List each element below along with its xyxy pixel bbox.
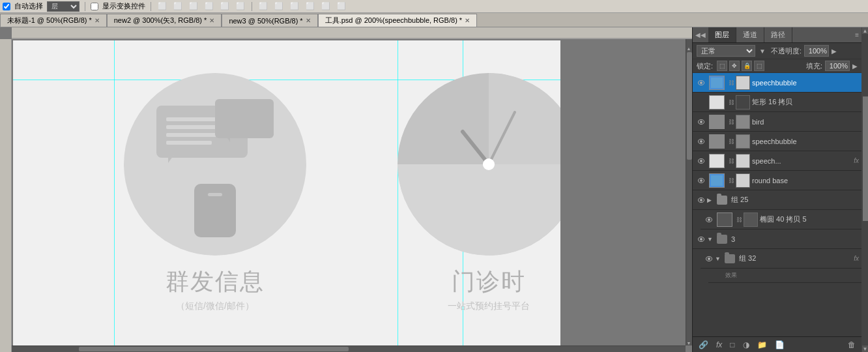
- new-fill-btn[interactable]: ◑: [741, 340, 751, 349]
- tab-close-3[interactable]: ✕: [306, 17, 311, 24]
- layer-fx-g2: fx: [854, 255, 859, 262]
- layer-eye-g2[interactable]: [703, 253, 715, 265]
- panel-menu-btn[interactable]: ≡: [852, 31, 861, 38]
- layer-list[interactable]: ⛓ speechbubble ⛓ 矩形 16 拷贝 ⛓ bird: [693, 73, 861, 336]
- v-scrollbar-thumb[interactable]: [687, 52, 692, 160]
- link-layers-btn[interactable]: 🔗: [697, 340, 710, 349]
- align-top-btn[interactable]: ⬜: [203, 2, 215, 10]
- scroll-bottom-arrow[interactable]: ▼: [862, 345, 868, 352]
- tab-new3[interactable]: new3 @ 50%(RGB/8) * ✕: [222, 14, 317, 27]
- lock-all-btn[interactable]: 🔒: [742, 61, 752, 71]
- h-scrollbar-thumb[interactable]: [79, 347, 349, 351]
- align-middle-btn[interactable]: ⬜: [219, 2, 231, 10]
- layer-eye-4[interactable]: [695, 136, 707, 147]
- chat-icon-group: 群发信息 （短信/微信/邮件）: [124, 73, 306, 312]
- scroll-top-arrow[interactable]: ▲: [862, 27, 868, 34]
- delete-layer-btn[interactable]: 🗑: [846, 340, 858, 349]
- layer-eye-5[interactable]: [695, 155, 707, 167]
- layer-thumb-1: [709, 76, 725, 90]
- tab-untitled1[interactable]: 未标题-1 @ 50%(RGB/8) * ✕: [0, 14, 107, 27]
- layer-eye-1[interactable]: [695, 77, 707, 89]
- layer-item-speechbubble-2[interactable]: ⛓ speechbubble: [693, 132, 861, 151]
- distribute-btn5[interactable]: ⬜: [320, 2, 332, 10]
- layer-mask-1: [736, 76, 750, 90]
- layer-item-rect16[interactable]: ⛓ 矩形 16 拷贝: [693, 93, 861, 112]
- layer-eye-8[interactable]: [695, 233, 707, 245]
- lock-position-btn[interactable]: ✥: [729, 61, 740, 71]
- distribute-btn1[interactable]: ⬜: [257, 2, 269, 10]
- align-right-btn[interactable]: ⬜: [188, 2, 199, 10]
- layer-item-group32[interactable]: ▼ 组 32 fx: [701, 249, 861, 269]
- layer-name-2: 矩形 16 拷贝: [750, 97, 859, 107]
- toolbar-sep2: [151, 2, 151, 11]
- scroll-down-btn[interactable]: ▼: [686, 340, 691, 345]
- scrollbar-track[interactable]: [862, 34, 868, 345]
- layers-scrollbar[interactable]: ▲ ▼: [861, 27, 868, 352]
- clock-center: [483, 158, 495, 170]
- lock-icons-group: ⬚ ✥ 🔒 ⬚: [717, 61, 764, 71]
- group-arrow-32[interactable]: ▼: [715, 256, 723, 262]
- layer-item-3[interactable]: ▼ 3: [693, 229, 861, 249]
- panel-collapse-left[interactable]: ◀◀: [693, 31, 708, 38]
- layer-select[interactable]: 层: [47, 1, 80, 12]
- tab-tools-psd[interactable]: 工具.psd @ 200%(speechbubble, RGB/8) * ✕: [318, 14, 478, 27]
- distribute-btn3[interactable]: ⬜: [289, 2, 300, 10]
- new-layer-btn[interactable]: 📄: [773, 340, 787, 349]
- layer-name-8: 3: [729, 235, 859, 243]
- panel-bottom-toolbar: 🔗 fx □ ◑ 📁 📄 🗑: [693, 336, 861, 352]
- opacity-input[interactable]: [804, 45, 829, 57]
- fill-input[interactable]: [825, 61, 850, 71]
- tab-close-1[interactable]: ✕: [94, 17, 100, 24]
- tab-paths[interactable]: 路径: [764, 27, 792, 42]
- show-transform-checkbox[interactable]: [91, 3, 98, 10]
- align-center-btn[interactable]: ⬜: [172, 2, 184, 10]
- layer-eye-g1[interactable]: [695, 194, 707, 206]
- scroll-up-btn[interactable]: ▲: [686, 46, 691, 51]
- toolbar-sep1: [85, 2, 85, 11]
- layer-item-ellipse40[interactable]: ⛓ 椭圆 40 拷贝 5: [701, 210, 861, 229]
- blend-arrow-icon[interactable]: ▼: [759, 48, 766, 55]
- bubble-small-tail: [225, 134, 230, 142]
- layer-eye-7[interactable]: [703, 214, 715, 226]
- new-group-btn[interactable]: 📁: [755, 340, 769, 349]
- tab-layers[interactable]: 图层: [708, 27, 736, 42]
- distribute-btn2[interactable]: ⬜: [273, 2, 285, 10]
- align-bottom-btn[interactable]: ⬜: [235, 2, 246, 10]
- tab-channels[interactable]: 通道: [736, 27, 764, 42]
- scrollbar-thumb[interactable]: [863, 96, 868, 221]
- tab-close-2[interactable]: ✕: [209, 17, 214, 24]
- lock-art-btn[interactable]: ⬚: [754, 61, 764, 71]
- fill-arrow[interactable]: ▶: [852, 63, 858, 70]
- blend-mode-select[interactable]: 正常: [697, 45, 755, 57]
- layer-mask-2: [736, 95, 750, 110]
- add-mask-btn[interactable]: □: [728, 340, 736, 349]
- phone-shape: [194, 184, 236, 237]
- add-fx-btn[interactable]: fx: [714, 340, 724, 349]
- layer-item-round-base[interactable]: ⛓ round base: [693, 171, 861, 190]
- layer-eye-6[interactable]: [695, 175, 707, 186]
- layer-chain-2: ⛓: [727, 99, 736, 106]
- auto-select-checkbox[interactable]: [3, 3, 10, 10]
- layer-item-speech-fx[interactable]: ⛓ speech... fx: [693, 151, 861, 171]
- horizontal-scrollbar[interactable]: [12, 345, 686, 352]
- layer-item-group25[interactable]: ▶ 组 25: [693, 190, 861, 210]
- tab-new2[interactable]: new2 @ 300%(矢3, RGB/8) * ✕: [107, 14, 222, 27]
- layer-item-speechbubble-1[interactable]: ⛓ speechbubble: [693, 73, 861, 93]
- blend-mode-row: 正常 ▼ 不透明度: ▶: [693, 43, 861, 59]
- lock-label: 锁定:: [697, 61, 713, 71]
- bubble-line4: [166, 141, 212, 145]
- tab-close-4[interactable]: ✕: [465, 17, 470, 24]
- vertical-scrollbar[interactable]: ▲ ▼: [686, 39, 692, 345]
- align-left-btn[interactable]: ⬜: [156, 2, 168, 10]
- group-arrow-3[interactable]: ▼: [707, 236, 715, 242]
- group-arrow-25[interactable]: ▶: [707, 197, 715, 203]
- lock-pixels-btn[interactable]: ⬚: [717, 61, 727, 71]
- opacity-arrow[interactable]: ▶: [832, 48, 837, 55]
- layer-item-bird[interactable]: ⛓ bird: [693, 112, 861, 132]
- layer-name-5: speech...: [750, 157, 852, 165]
- distribute-btn6[interactable]: ⬜: [336, 2, 347, 10]
- canvas-area[interactable]: 群发信息 （短信/微信/邮件）: [0, 27, 692, 352]
- layer-eye-3[interactable]: [695, 116, 707, 128]
- distribute-btn4[interactable]: ⬜: [304, 2, 316, 10]
- layer-item-effect[interactable]: 效果: [708, 269, 861, 283]
